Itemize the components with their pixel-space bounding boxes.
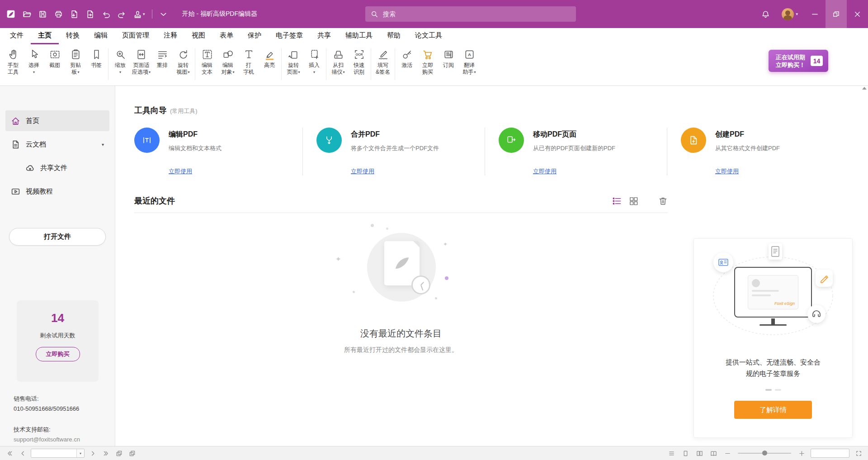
first-page-icon[interactable]: [5, 448, 14, 458]
sidebar-item-shared-files[interactable]: 共享文件: [5, 157, 109, 178]
sidebar-item-cloud-docs[interactable]: 云文档 ▾: [5, 134, 109, 155]
collapse-toolbar-icon[interactable]: [159, 9, 168, 19]
fullscreen-icon[interactable]: [854, 448, 863, 458]
menu-accessibility[interactable]: 辅助工具: [338, 28, 380, 44]
search-input[interactable]: [382, 10, 571, 18]
ribbon-clipboard[interactable]: 剪贴 板▾: [65, 47, 86, 76]
carousel-dots[interactable]: [765, 389, 781, 391]
menu-file[interactable]: 文件: [3, 28, 31, 44]
zoom-value-input[interactable]: [811, 450, 849, 458]
menu-protect[interactable]: 保护: [241, 28, 269, 44]
book-view-icon[interactable]: [708, 448, 718, 458]
menu-view[interactable]: 视图: [184, 28, 212, 44]
reading-mode-icon[interactable]: [666, 448, 676, 458]
export-pdf-icon[interactable]: [70, 9, 79, 19]
single-page-view-icon[interactable]: [680, 448, 690, 458]
ribbon-edit-object[interactable]: 编辑 对象▾: [217, 47, 238, 76]
menu-convert[interactable]: 转换: [59, 28, 87, 44]
redo-icon[interactable]: [117, 9, 126, 19]
zoom-slider-thumb[interactable]: [762, 451, 767, 455]
zoom-value-box[interactable]: [811, 449, 849, 458]
scroll-up-icon[interactable]: [862, 87, 867, 93]
grid-view-icon[interactable]: [629, 196, 638, 206]
sidebar-item-video-tutorials[interactable]: 视频教程: [5, 181, 109, 202]
next-view-icon[interactable]: [127, 448, 137, 458]
learn-more-button[interactable]: 了解详情: [734, 401, 812, 419]
menu-comment[interactable]: 注释: [156, 28, 184, 44]
zoom-in-icon[interactable]: [797, 448, 807, 458]
window-title: 开始 - 福昕高级PDF编辑器: [182, 10, 257, 18]
ribbon-activate[interactable]: 激活: [396, 47, 417, 76]
menu-esign[interactable]: 电子签章: [269, 28, 310, 44]
ribbon-insert[interactable]: 插入 ▾: [304, 47, 325, 76]
card-desc: 从其它格式文件创建PDF: [715, 144, 780, 152]
tools-guide-title: 工具向导: [134, 105, 167, 116]
undo-icon[interactable]: [101, 9, 110, 19]
restore-button[interactable]: [826, 0, 847, 28]
menu-edit[interactable]: 编辑: [87, 28, 115, 44]
menu-share[interactable]: 共享: [310, 28, 338, 44]
trial-banner[interactable]: 正在试用期 立即购买！ 14: [769, 50, 828, 72]
card-title: 创建PDF: [715, 130, 780, 139]
support-email-address[interactable]: support@foxitsoftware.cn: [14, 435, 80, 444]
ribbon-hand-tool[interactable]: 手型 工具: [3, 47, 24, 76]
ribbon-snapshot[interactable]: 截图: [44, 47, 65, 76]
notifications-bell-icon[interactable]: [761, 9, 770, 19]
save-icon[interactable]: [38, 9, 47, 19]
buy-now-button[interactable]: 立即购买: [36, 347, 80, 361]
print-icon[interactable]: [54, 9, 63, 19]
carousel-dot[interactable]: [775, 389, 781, 391]
account-caret-icon[interactable]: ▾: [796, 12, 798, 16]
esign-tool-button[interactable]: ▾: [133, 9, 145, 19]
zoom-out-icon[interactable]: [722, 448, 732, 458]
ribbon-subscribe[interactable]: 订阅: [438, 47, 459, 76]
ribbon-select[interactable]: 选择 ▾: [24, 47, 44, 76]
menu-page-organize[interactable]: 页面管理: [115, 28, 156, 44]
search-box[interactable]: [365, 6, 576, 22]
ribbon-rotate-view[interactable]: 旋转 视图▾: [173, 47, 193, 76]
ribbon-translate-assistant[interactable]: A 翻译 助手▾: [459, 47, 480, 76]
carousel-dot-active[interactable]: [765, 389, 772, 391]
menu-paper-tools[interactable]: 论文工具: [408, 28, 449, 44]
ribbon-from-scanner[interactable]: 从扫 描仪▾: [328, 47, 349, 76]
menu-home[interactable]: 主页: [31, 28, 59, 44]
clear-recent-trash-icon[interactable]: [658, 196, 668, 206]
convert-file-icon[interactable]: [85, 9, 94, 19]
open-file-icon[interactable]: [22, 9, 31, 19]
user-avatar[interactable]: [782, 8, 794, 20]
ribbon-fill-sign[interactable]: 填写 &签名: [373, 47, 393, 76]
ribbon-rotate-pages[interactable]: 旋转 页面▾: [283, 47, 304, 76]
use-now-link[interactable]: 立即使用: [533, 167, 557, 175]
open-file-button[interactable]: 打开文件: [9, 228, 106, 246]
expand-caret-icon[interactable]: ▾: [102, 142, 104, 147]
page-number-input[interactable]: [31, 449, 76, 457]
close-button[interactable]: [847, 0, 868, 28]
previous-view-icon[interactable]: [114, 448, 124, 458]
ribbon-zoom[interactable]: 缩放 ▾: [110, 47, 131, 76]
ribbon-typewriter[interactable]: 打 字机: [238, 47, 259, 76]
ribbon-fit-options[interactable]: 页面适 应选项▾: [131, 47, 152, 76]
use-now-link[interactable]: 立即使用: [169, 167, 192, 175]
use-now-link[interactable]: 立即使用: [351, 167, 374, 175]
ribbon-reflow[interactable]: 重排: [152, 47, 173, 76]
ribbon-buy-now[interactable]: 立即 购买: [417, 47, 438, 76]
next-page-icon[interactable]: [88, 448, 98, 458]
menu-help[interactable]: 帮助: [380, 28, 408, 44]
ribbon-edit-text[interactable]: 编辑 文本: [197, 47, 217, 76]
zoom-slider[interactable]: [738, 453, 791, 454]
ribbon-highlight[interactable]: 高亮: [259, 47, 280, 76]
facing-view-icon[interactable]: [694, 448, 704, 458]
sidebar-item-home[interactable]: 首页: [5, 110, 109, 131]
menu-form[interactable]: 表单: [212, 28, 241, 44]
previous-page-icon[interactable]: [18, 448, 28, 458]
list-view-icon[interactable]: [612, 196, 622, 206]
ribbon-bookmark[interactable]: 书签: [86, 47, 107, 76]
page-list-caret-icon[interactable]: ▾: [76, 449, 84, 458]
sidebar: 首页 云文档 ▾ 共享文件 视频教程 打开文件 14: [0, 86, 115, 446]
minimize-button[interactable]: [804, 0, 826, 28]
use-now-link[interactable]: 立即使用: [715, 167, 739, 175]
page-number-box[interactable]: ▾: [31, 449, 85, 458]
sidebar-item-label: 首页: [26, 117, 39, 125]
ribbon-ocr[interactable]: OCR 快速 识别: [349, 47, 369, 76]
last-page-icon[interactable]: [101, 448, 111, 458]
